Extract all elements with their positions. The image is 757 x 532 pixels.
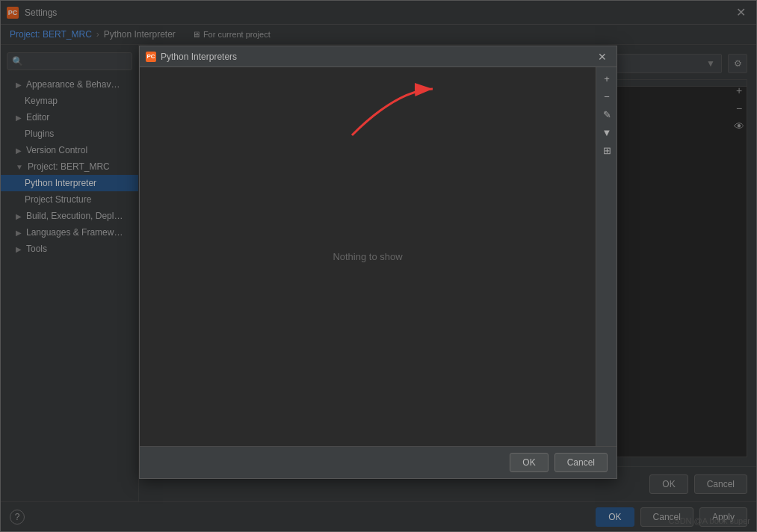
popup-window: PC Python Interpreters ✕ Nothing to show… [139, 46, 617, 479]
popup-close-button[interactable]: ✕ [594, 49, 611, 64]
popup-filter-button[interactable]: ▼ [599, 124, 615, 140]
popup-bottom: OK Cancel [140, 446, 617, 478]
popup-title-bar: PC Python Interpreters ✕ [140, 46, 617, 67]
popup-side-buttons: + − ✎ ▼ ⊞ [596, 67, 617, 446]
settings-window: PC Settings ✕ Project: BERT_MRC › Python… [0, 0, 757, 532]
popup-logo: PC [146, 52, 156, 62]
popup-ok-button[interactable]: OK [510, 453, 548, 472]
modal-overlay: PC Python Interpreters ✕ Nothing to show… [1, 1, 756, 531]
popup-expand-button[interactable]: ⊞ [599, 142, 615, 158]
popup-title: Python Interpreters [161, 52, 237, 62]
popup-edit-button[interactable]: ✎ [599, 106, 615, 123]
popup-remove-button[interactable]: − [599, 88, 615, 105]
popup-body: Nothing to show + − ✎ ▼ ⊞ [140, 67, 617, 446]
popup-add-button[interactable]: + [599, 70, 615, 87]
nothing-to-show-label: Nothing to show [333, 251, 402, 262]
popup-list: Nothing to show [140, 67, 596, 446]
popup-cancel-button[interactable]: Cancel [554, 453, 608, 472]
